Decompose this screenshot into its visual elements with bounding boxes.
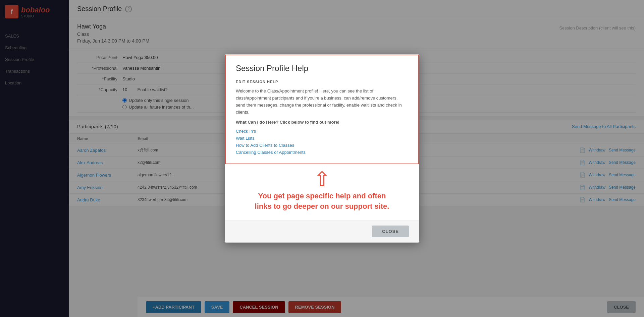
modal-link-waitlists[interactable]: Wait Lists	[236, 136, 408, 141]
arrow-up-icon: ⇧	[235, 169, 409, 189]
modal-cta: What Can I do Here? Click below to find …	[236, 120, 408, 125]
modal-help-content: Session Profile Help EDIT SESSION HELP W…	[225, 55, 419, 164]
modal-title: Session Profile Help	[236, 64, 408, 73]
modal-footer: CLOSE	[225, 220, 419, 242]
modal-link-cancelling[interactable]: Cancelling Classes or Appointments	[236, 150, 408, 155]
modal-description: Welcome to the Class/Appointment profile…	[236, 88, 408, 116]
modal-overlay: Session Profile Help EDIT SESSION HELP W…	[0, 0, 644, 317]
modal-section-title: EDIT SESSION HELP	[236, 80, 408, 84]
modal-link-checkins[interactable]: Check In's	[236, 129, 408, 134]
modal-link-add-clients[interactable]: How to Add Clients to Classes	[236, 143, 408, 148]
modal-close-button[interactable]: CLOSE	[372, 226, 409, 237]
help-modal: Session Profile Help EDIT SESSION HELP W…	[225, 54, 419, 243]
modal-callout-text: You get page specific help and oftenlink…	[235, 191, 409, 212]
modal-callout: ⇧ You get page specific help and oftenli…	[225, 164, 419, 220]
